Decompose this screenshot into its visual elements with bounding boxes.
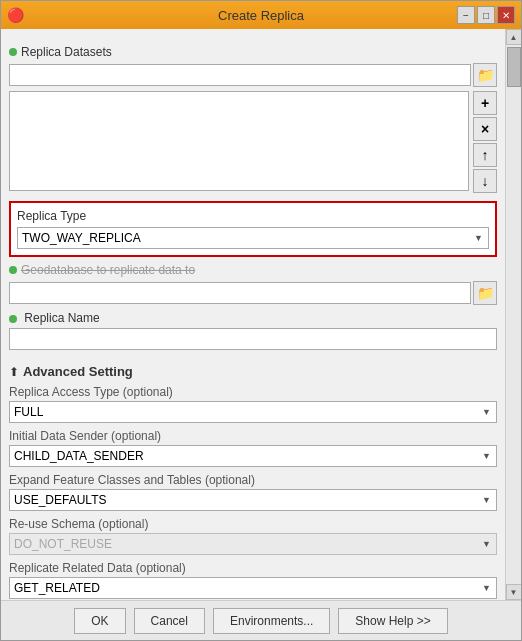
folder-icon-geo: 📁 [477,285,494,301]
geodatabase-input[interactable] [9,282,471,304]
related-data-select[interactable]: GET_RELATED DO_NOT_GET_RELATED [9,577,497,599]
replica-type-label: Replica Type [17,209,489,223]
datasets-list[interactable] [9,91,469,191]
scrollbar[interactable]: ▲ ▼ [505,29,521,600]
required-indicator [9,48,17,56]
minimize-button[interactable]: − [457,6,475,24]
move-up-button[interactable]: ↑ [473,143,497,167]
geodatabase-input-row: 📁 [9,281,497,305]
reuse-schema-select[interactable]: DO_NOT_REUSE REUSE [9,533,497,555]
replica-type-select[interactable]: TWO_WAY_REPLICA ONE_WAY_REPLICA CHECKOUT [17,227,489,249]
data-sender-label: Initial Data Sender (optional) [9,429,497,443]
side-buttons: + × ↑ ↓ [473,91,497,193]
replica-type-wrapper: TWO_WAY_REPLICA ONE_WAY_REPLICA CHECKOUT [17,227,489,249]
main-panel: Replica Datasets 📁 + × [1,29,505,600]
ok-button[interactable]: OK [74,608,125,634]
remove-icon: × [481,121,489,137]
move-down-button[interactable]: ↓ [473,169,497,193]
replica-datasets-input[interactable] [9,64,471,86]
scroll-up-arrow[interactable]: ▲ [506,29,522,45]
data-sender-wrapper: CHILD_DATA_SENDER PARENT_DATA_SENDER [9,445,497,467]
up-arrow-icon: ↑ [482,147,489,163]
datasets-list-area: + × ↑ ↓ [9,91,497,193]
related-data-wrapper: GET_RELATED DO_NOT_GET_RELATED [9,577,497,599]
app-icon: 🔴 [7,7,23,23]
access-type-select[interactable]: FULL SIMPLE [9,401,497,423]
required-indicator-geo [9,266,17,274]
maximize-button[interactable]: □ [477,6,495,24]
data-sender-select[interactable]: CHILD_DATA_SENDER PARENT_DATA_SENDER [9,445,497,467]
add-button[interactable]: + [473,91,497,115]
create-replica-window: 🔴 Create Replica − □ ✕ Replica Datasets … [0,0,522,641]
geodatabase-label: Geodatabase to replicate data to [21,263,195,277]
related-data-label: Replicate Related Data (optional) [9,561,497,575]
advanced-header: ⬆ Advanced Setting [9,364,497,379]
expand-wrapper: USE_DEFAULTS ALL_ROWS USE_FILTERS [9,489,497,511]
expand-label-text: Expand Feature Classes and Tables (optio… [9,473,255,487]
expand-select[interactable]: USE_DEFAULTS ALL_ROWS USE_FILTERS [9,489,497,511]
related-data-label-text: Replicate Related Data (optional) [9,561,186,575]
close-button[interactable]: ✕ [497,6,515,24]
window-title: Create Replica [218,8,304,23]
title-bar: 🔴 Create Replica − □ ✕ [1,1,521,29]
reuse-schema-wrapper: DO_NOT_REUSE REUSE [9,533,497,555]
replica-datasets-label: Replica Datasets [21,45,112,59]
remove-button[interactable]: × [473,117,497,141]
down-arrow-icon: ↓ [482,173,489,189]
environments-button[interactable]: Environments... [213,608,330,634]
replica-name-label-row: Replica Name [9,311,497,325]
access-type-wrapper: FULL SIMPLE [9,401,497,423]
reuse-schema-label: Re-use Schema (optional) [9,517,497,531]
cancel-button[interactable]: Cancel [134,608,205,634]
expand-label: Expand Feature Classes and Tables (optio… [9,473,497,487]
required-indicator-name [9,315,17,323]
reuse-schema-label-text: Re-use Schema (optional) [9,517,148,531]
folder-icon: 📁 [477,67,494,83]
collapse-icon[interactable]: ⬆ [9,365,19,379]
replica-datasets-section: Replica Datasets [9,45,497,59]
data-sender-label-text: Initial Data Sender (optional) [9,429,161,443]
geodatabase-label-row: Geodatabase to replicate data to [9,263,497,277]
title-bar-left: 🔴 [7,7,23,23]
access-type-label: Replica Access Type (optional) [9,385,497,399]
scroll-thumb[interactable] [507,47,521,87]
show-help-button[interactable]: Show Help >> [338,608,447,634]
advanced-title: Advanced Setting [23,364,133,379]
scroll-down-arrow[interactable]: ▼ [506,584,522,600]
content-area: Replica Datasets 📁 + × [1,29,521,600]
replica-name-label: Replica Name [24,311,99,325]
replica-datasets-input-row: 📁 [9,63,497,87]
add-icon: + [481,95,489,111]
replica-datasets-folder-button[interactable]: 📁 [473,63,497,87]
bottom-bar: OK Cancel Environments... Show Help >> [1,600,521,640]
replica-type-section: Replica Type TWO_WAY_REPLICA ONE_WAY_REP… [9,201,497,257]
replica-name-input[interactable] [9,328,497,350]
access-type-label-text: Replica Access Type (optional) [9,385,173,399]
title-controls: − □ ✕ [457,6,515,24]
geodatabase-folder-button[interactable]: 📁 [473,281,497,305]
